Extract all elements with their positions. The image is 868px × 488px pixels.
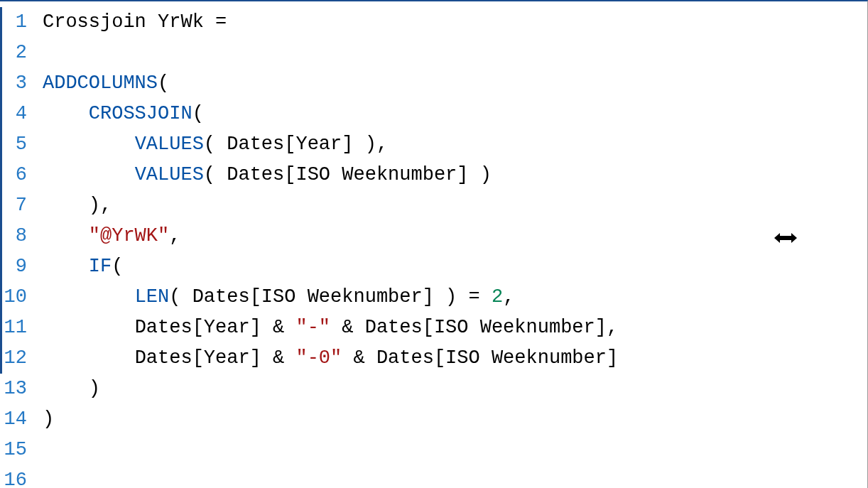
line-number: 3 — [0, 68, 33, 99]
line-number: 5 — [0, 129, 33, 160]
code-line-11[interactable]: Dates[Year] & "-" & Dates[ISO Weeknumber… — [43, 313, 867, 343]
line-number-gutter: 1 2 3 4 5 6 7 8 9 10 11 12 13 14 15 16 — [0, 1, 33, 488]
line-number: 8 — [0, 221, 33, 251]
line-number: 16 — [0, 465, 33, 488]
code-line-15[interactable] — [43, 435, 867, 465]
code-area[interactable]: Crossjoin YrWk = ADDCOLUMNS( CROSSJOIN( … — [33, 1, 867, 488]
code-line-12[interactable]: Dates[Year] & "-0" & Dates[ISO Weeknumbe… — [43, 343, 867, 374]
line-number: 15 — [0, 435, 33, 465]
line-number: 6 — [0, 160, 33, 190]
code-line-5[interactable]: VALUES( Dates[Year] ), — [43, 129, 867, 160]
code-line-10[interactable]: LEN( Dates[ISO Weeknumber] ) = 2, — [43, 282, 867, 313]
line-number: 12 — [0, 343, 33, 374]
line-number: 1 — [0, 7, 33, 38]
code-line-9[interactable]: IF( — [43, 251, 867, 282]
line-number: 4 — [0, 99, 33, 129]
code-line-16[interactable] — [43, 465, 867, 488]
code-line-14[interactable]: ) — [43, 404, 867, 435]
code-line-13[interactable]: ) — [43, 374, 867, 404]
code-line-4[interactable]: CROSSJOIN( — [43, 99, 867, 129]
line-number: 2 — [0, 38, 33, 68]
code-line-6[interactable]: VALUES( Dates[ISO Weeknumber] ) — [43, 160, 867, 190]
code-line-3[interactable]: ADDCOLUMNS( — [43, 68, 867, 99]
line-number: 13 — [0, 374, 33, 404]
line-number: 14 — [0, 404, 33, 435]
line-number: 11 — [0, 313, 33, 343]
code-line-2[interactable] — [43, 38, 867, 68]
line-number: 9 — [0, 251, 33, 282]
code-line-8[interactable]: "@YrWK", — [43, 221, 867, 251]
line-number: 10 — [0, 282, 33, 313]
line-number: 7 — [0, 190, 33, 221]
code-line-7[interactable]: ), — [43, 190, 867, 221]
code-line-1[interactable]: Crossjoin YrWk = — [43, 7, 867, 38]
resize-horizontal-cursor-icon — [773, 230, 798, 249]
code-editor[interactable]: 1 2 3 4 5 6 7 8 9 10 11 12 13 14 15 16 C… — [0, 1, 867, 488]
